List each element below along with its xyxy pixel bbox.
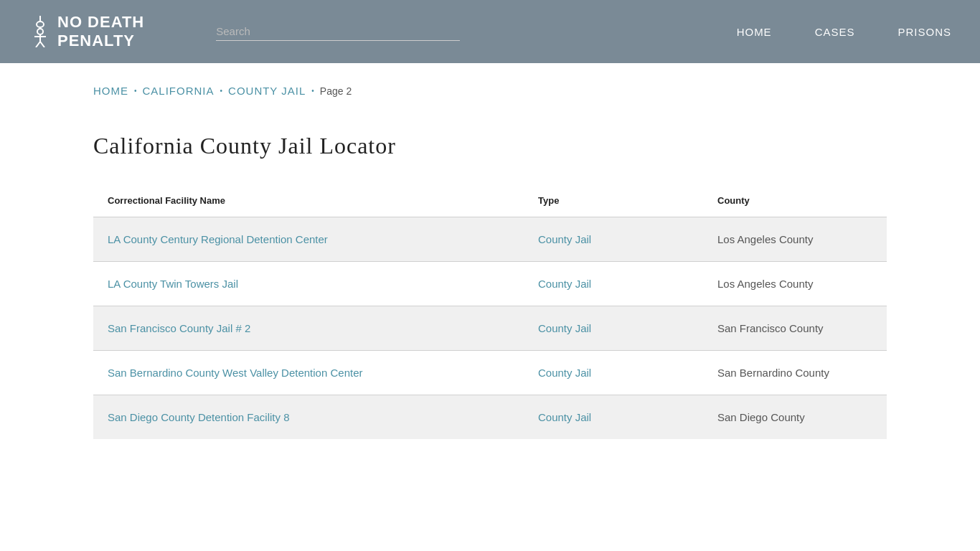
breadcrumb: Home • California • County Jail • Page 2 — [93, 63, 887, 111]
facility-county: Los Angeles County — [717, 278, 872, 290]
breadcrumb-sep-3: • — [311, 87, 314, 95]
facility-county: San Francisco County — [717, 322, 872, 334]
table-row: San Bernardino County West Valley Detent… — [93, 350, 887, 395]
search-bar[interactable] — [216, 22, 460, 41]
table-row: LA County Century Regional Detention Cen… — [93, 217, 887, 261]
breadcrumb-home[interactable]: Home — [93, 85, 128, 97]
logo-icon — [29, 16, 52, 47]
facility-table: Correctional Facility Name Type County L… — [93, 188, 887, 439]
page-title: California County Jail Locator — [93, 133, 887, 159]
table-body: LA County Century Regional Detention Cen… — [93, 217, 887, 439]
breadcrumb-sep-2: • — [220, 87, 223, 95]
facility-county: San Bernardino County — [717, 367, 872, 379]
main-nav: HOME CASES PRISONS — [737, 26, 951, 38]
facility-type: County Jail — [538, 233, 717, 245]
table-header: Correctional Facility Name Type County — [93, 188, 887, 217]
table-row: LA County Twin Towers Jail County Jail L… — [93, 261, 887, 306]
svg-point-2 — [37, 29, 43, 34]
breadcrumb-current: Page 2 — [320, 85, 352, 97]
nav-home[interactable]: HOME — [737, 26, 772, 38]
site-header: NO DEATH PENALTY HOME CASES PRISONS — [0, 0, 980, 63]
main-content: Home • California • County Jail • Page 2… — [0, 63, 980, 439]
logo-text: NO DEATH PENALTY — [57, 13, 144, 51]
breadcrumb-sep-1: • — [134, 87, 137, 95]
facility-type: County Jail — [538, 322, 717, 334]
logo[interactable]: NO DEATH PENALTY — [29, 13, 144, 51]
breadcrumb-california[interactable]: California — [143, 85, 215, 97]
facility-name-link[interactable]: LA County Century Regional Detention Cen… — [108, 233, 538, 245]
facility-name: San Bernardino County West Valley Detent… — [108, 367, 538, 379]
facility-name-link[interactable]: San Diego County Detention Facility 8 — [108, 411, 538, 423]
nav-prisons[interactable]: PRISONS — [897, 26, 951, 38]
search-input[interactable] — [216, 22, 460, 41]
facility-county: Los Angeles County — [717, 233, 872, 245]
facility-type: County Jail — [538, 367, 717, 379]
table-row: San Francisco County Jail # 2 County Jai… — [93, 306, 887, 350]
facility-name-link[interactable]: LA County Twin Towers Jail — [108, 278, 538, 290]
nav-cases[interactable]: CASES — [815, 26, 855, 38]
svg-line-6 — [40, 42, 44, 47]
facility-county: San Diego County — [717, 411, 872, 423]
facility-type: County Jail — [538, 278, 717, 290]
svg-point-1 — [37, 22, 44, 27]
facility-type: County Jail — [538, 411, 717, 423]
header-county: County — [717, 195, 872, 206]
table-row: San Diego County Detention Facility 8 Co… — [93, 395, 887, 439]
facility-name-link[interactable]: San Francisco County Jail # 2 — [108, 322, 538, 334]
breadcrumb-county-jail[interactable]: County Jail — [228, 85, 306, 97]
header-name: Correctional Facility Name — [108, 195, 538, 206]
header-type: Type — [538, 195, 717, 206]
svg-line-5 — [36, 42, 40, 47]
